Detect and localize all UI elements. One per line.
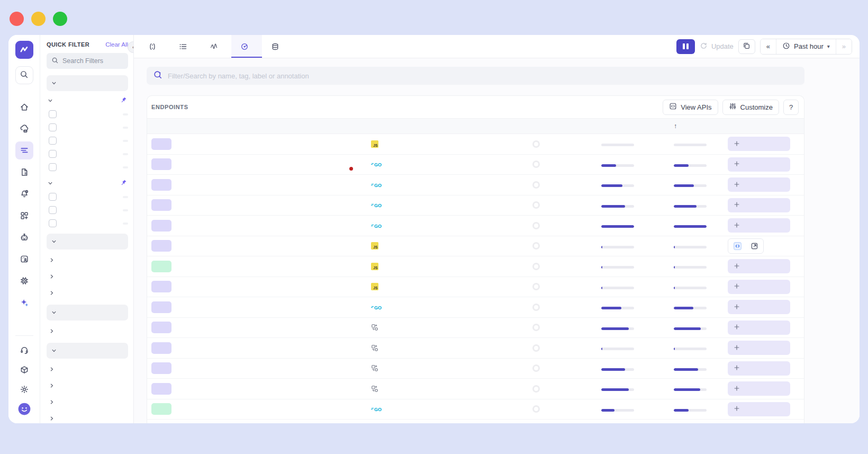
filter-option[interactable]: [47, 217, 128, 230]
table-row[interactable]: GO: [147, 399, 804, 420]
filter-group-favorites[interactable]: [47, 75, 128, 91]
view-apis-button[interactable]: View APIs: [663, 100, 718, 115]
filter-item-http-confidence[interactable]: [47, 361, 128, 377]
table-row[interactable]: GO: [147, 216, 804, 236]
checkbox[interactable]: [49, 193, 57, 201]
tab-endpoints[interactable]: [231, 35, 262, 58]
add-new-api-button[interactable]: [728, 137, 790, 151]
checkbox[interactable]: [49, 219, 57, 227]
rail-item-rum-user[interactable]: [15, 250, 33, 268]
filter-item-host-id[interactable]: [47, 268, 128, 284]
middleware-logo[interactable]: [15, 41, 33, 59]
rail-item-logs[interactable]: [15, 163, 33, 181]
rail-item-settings-gear[interactable]: [15, 380, 33, 398]
rail-item-apm-traces[interactable]: [15, 141, 33, 159]
pause-live-button[interactable]: [676, 39, 695, 54]
table-row[interactable]: JS: [147, 277, 804, 298]
rail-item-infrastructure[interactable]: [15, 120, 33, 138]
filter-group-host[interactable]: [47, 234, 128, 250]
pin-icon[interactable]: [120, 96, 127, 103]
table-row[interactable]: JS: [147, 256, 804, 277]
filter-item-http-endpoint[interactable]: [47, 377, 128, 394]
minimize-window-button[interactable]: [31, 12, 46, 26]
time-shift-forward-button[interactable]: »: [836, 39, 852, 54]
customize-button[interactable]: Customize: [722, 100, 779, 115]
filter-option[interactable]: [47, 161, 128, 174]
endpoint-filter-bar[interactable]: [147, 67, 804, 85]
table-row[interactable]: GO: [147, 195, 804, 216]
filter-option[interactable]: [47, 121, 128, 134]
filter-item-param-accountid[interactable]: [47, 394, 128, 410]
filter-option[interactable]: [47, 134, 128, 147]
rail-item-dashboards-add[interactable]: [15, 207, 33, 225]
filter-option[interactable]: [47, 203, 128, 217]
add-new-api-button[interactable]: [728, 198, 790, 212]
update-button[interactable]: Update: [700, 42, 734, 51]
filter-group-service[interactable]: [47, 305, 128, 321]
table-row[interactable]: GO: [147, 297, 804, 318]
rail-item-support-headset[interactable]: [15, 341, 33, 359]
rail-item-alerts-bell[interactable]: [15, 185, 33, 203]
column-header-p99-latency[interactable]: ↑: [673, 122, 727, 130]
external-link-icon[interactable]: [751, 242, 758, 250]
checkbox[interactable]: [49, 163, 57, 171]
rail-item-ai-sparkle[interactable]: [15, 293, 33, 311]
filter-item-host-name[interactable]: [47, 284, 128, 301]
rail-item-integrations-package[interactable]: [15, 361, 33, 379]
time-shift-back-button[interactable]: «: [761, 39, 776, 54]
clear-all-filters-link[interactable]: Clear All: [105, 41, 128, 48]
tab-database[interactable]: [262, 35, 293, 58]
add-new-api-button[interactable]: [728, 218, 790, 233]
filter-option[interactable]: [47, 190, 128, 203]
add-new-api-button[interactable]: [728, 321, 790, 335]
checkbox[interactable]: [49, 110, 57, 118]
checkbox[interactable]: [49, 150, 57, 158]
filter-group-endpoint[interactable]: [47, 343, 128, 359]
table-row[interactable]: JS: [147, 134, 804, 155]
search-button[interactable]: [15, 66, 33, 84]
checkbox[interactable]: [49, 137, 57, 145]
add-new-api-button[interactable]: [728, 381, 790, 396]
tab-continuous-profiling[interactable]: [201, 35, 231, 58]
add-new-api-button[interactable]: [728, 157, 790, 172]
middleware-api-button[interactable]: [728, 238, 764, 254]
checkbox[interactable]: [49, 123, 57, 131]
add-new-api-button[interactable]: [728, 280, 790, 294]
filter-item-param-configkey[interactable]: [47, 410, 128, 423]
filter-item-service-namespace[interactable]: [47, 323, 128, 339]
help-button[interactable]: ?: [783, 100, 799, 115]
collapse-filter-panel-button[interactable]: ‹: [128, 41, 134, 53]
rail-item-user-avatar[interactable]: [15, 400, 33, 418]
add-new-api-button[interactable]: [728, 300, 790, 314]
tab-traces[interactable]: [139, 35, 170, 58]
tab-services[interactable]: [170, 35, 201, 58]
table-row[interactable]: [147, 379, 804, 399]
table-row[interactable]: [147, 318, 804, 339]
close-window-button[interactable]: [10, 12, 24, 26]
pin-icon[interactable]: [120, 179, 127, 186]
filter-facet-service-name[interactable]: [47, 176, 128, 190]
add-new-api-button[interactable]: [728, 259, 790, 273]
add-new-api-button[interactable]: [728, 341, 790, 355]
table-row[interactable]: [147, 338, 804, 359]
add-new-api-button[interactable]: [728, 361, 790, 376]
filter-item-host-arch[interactable]: [47, 252, 128, 268]
checkbox[interactable]: [49, 206, 57, 214]
maximize-window-button[interactable]: [53, 12, 67, 26]
add-new-api-button[interactable]: [728, 402, 790, 416]
filter-search-box[interactable]: [47, 53, 128, 69]
filter-search-input[interactable]: [62, 57, 121, 65]
filter-facet-http-method[interactable]: [47, 94, 128, 108]
filter-option[interactable]: [47, 108, 128, 121]
add-new-api-button[interactable]: [728, 177, 790, 192]
rail-item-home[interactable]: [15, 98, 33, 116]
rail-item-processes-chip[interactable]: [15, 272, 33, 290]
table-row[interactable]: GO: [147, 175, 804, 195]
endpoint-filter-input[interactable]: [168, 72, 798, 80]
table-row[interactable]: JS: [147, 236, 804, 257]
filter-option[interactable]: [47, 147, 128, 161]
copy-link-button[interactable]: [738, 39, 755, 54]
table-row[interactable]: GO: [147, 155, 804, 175]
table-row[interactable]: [147, 359, 804, 379]
time-range-dropdown[interactable]: Past hour ▾: [776, 39, 836, 54]
